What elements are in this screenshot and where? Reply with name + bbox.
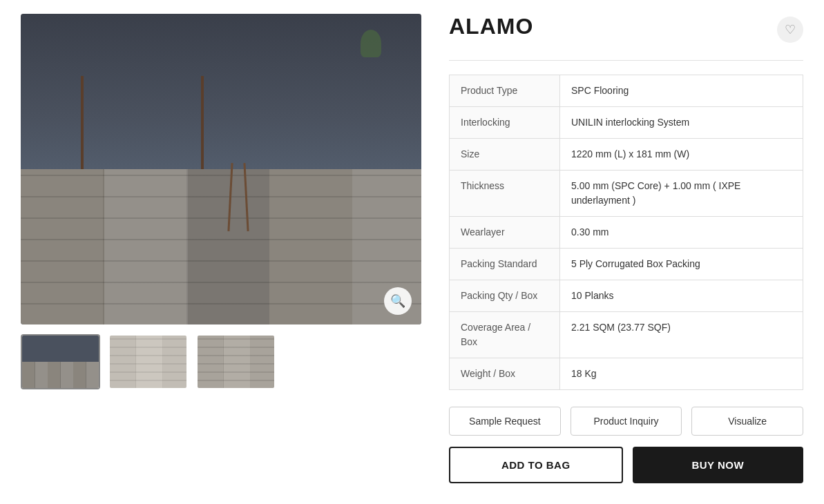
zoom-button[interactable]: 🔍 bbox=[384, 287, 412, 315]
spec-row-4: Wearlayer0.30 mm bbox=[450, 217, 803, 249]
wishlist-button[interactable]: ♡ bbox=[777, 17, 803, 43]
spec-row-7: Coverage Area / Box2.21 SQM (23.77 SQF) bbox=[450, 312, 803, 358]
spec-label-7: Coverage Area / Box bbox=[450, 312, 560, 358]
thumbnail-3[interactable] bbox=[196, 334, 276, 389]
product-details-section: ALAMO ♡ Product TypeSPC FlooringInterloc… bbox=[449, 14, 803, 483]
zoom-icon: 🔍 bbox=[390, 293, 405, 309]
spec-value-7: 2.21 SQM (23.77 SQF) bbox=[560, 312, 803, 358]
visualize-button[interactable]: Visualize bbox=[691, 407, 803, 436]
spec-value-8: 18 Kg bbox=[560, 358, 803, 390]
spec-row-3: Thickness5.00 mm (SPC Core) + 1.00 mm ( … bbox=[450, 171, 803, 217]
spec-row-1: InterlockingUNILIN interlocking System bbox=[450, 107, 803, 139]
spec-value-6: 10 Planks bbox=[560, 280, 803, 312]
main-image: 🔍 bbox=[21, 14, 421, 324]
spec-label-4: Wearlayer bbox=[450, 217, 560, 249]
spec-row-8: Weight / Box18 Kg bbox=[450, 358, 803, 390]
spec-label-5: Packing Standard bbox=[450, 249, 560, 280]
spec-row-0: Product TypeSPC Flooring bbox=[450, 75, 803, 107]
spec-label-2: Size bbox=[450, 139, 560, 171]
specs-table: Product TypeSPC FlooringInterlockingUNIL… bbox=[449, 75, 803, 390]
spec-label-3: Thickness bbox=[450, 171, 560, 217]
product-inquiry-button[interactable]: Product Inquiry bbox=[571, 407, 682, 436]
thumbnail-row bbox=[21, 334, 421, 389]
spec-value-2: 1220 mm (L) x 181 mm (W) bbox=[560, 139, 803, 171]
spec-row-6: Packing Qty / Box10 Planks bbox=[450, 280, 803, 312]
thumbnail-1[interactable] bbox=[21, 334, 100, 389]
spec-value-5: 5 Ply Corrugated Box Packing bbox=[560, 249, 803, 280]
spec-row-5: Packing Standard5 Ply Corrugated Box Pac… bbox=[450, 249, 803, 280]
spec-value-1: UNILIN interlocking System bbox=[560, 107, 803, 139]
thumbnail-2[interactable] bbox=[108, 334, 188, 389]
product-title: ALAMO bbox=[449, 14, 533, 39]
spec-label-1: Interlocking bbox=[450, 107, 560, 139]
title-divider bbox=[449, 60, 803, 61]
spec-value-0: SPC Flooring bbox=[560, 75, 803, 107]
cta-buttons-row: ADD TO BAG BUY NOW bbox=[449, 447, 803, 483]
add-to-bag-button[interactable]: ADD TO BAG bbox=[449, 447, 623, 483]
product-image-section: 🔍 bbox=[21, 14, 421, 483]
buy-now-button[interactable]: BUY NOW bbox=[633, 447, 804, 483]
spec-label-6: Packing Qty / Box bbox=[450, 280, 560, 312]
action-buttons-row: Sample Request Product Inquiry Visualize bbox=[449, 407, 803, 436]
spec-value-3: 5.00 mm (SPC Core) + 1.00 mm ( IXPE unde… bbox=[560, 171, 803, 217]
spec-label-0: Product Type bbox=[450, 75, 560, 107]
title-row: ALAMO ♡ bbox=[449, 14, 803, 53]
spec-value-4: 0.30 mm bbox=[560, 217, 803, 249]
spec-row-2: Size1220 mm (L) x 181 mm (W) bbox=[450, 139, 803, 171]
spec-label-8: Weight / Box bbox=[450, 358, 560, 390]
heart-icon: ♡ bbox=[785, 22, 796, 37]
sample-request-button[interactable]: Sample Request bbox=[449, 407, 561, 436]
